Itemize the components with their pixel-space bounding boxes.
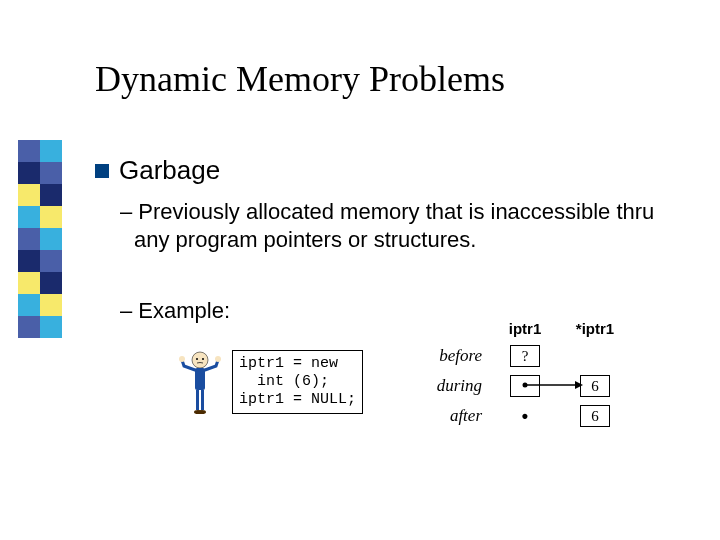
bullet-square-icon — [95, 164, 109, 178]
col-deref: *iptr1 — [560, 320, 630, 337]
svg-rect-3 — [195, 368, 205, 390]
svg-rect-5 — [201, 390, 204, 410]
svg-point-2 — [202, 358, 204, 360]
after-deref-cell: 6 — [580, 405, 610, 427]
row-during-label: during — [420, 376, 490, 396]
code-box: iptr1 = new int (6); iptr1 = NULL; — [232, 350, 363, 414]
svg-point-7 — [215, 356, 221, 362]
bullet-main-label: Garbage — [119, 155, 220, 186]
svg-rect-4 — [196, 390, 199, 410]
row-before-label: before — [420, 346, 490, 366]
sub-bullet-2: – Example: — [120, 298, 230, 324]
row-during: during 6 — [420, 375, 630, 397]
bullet-main: Garbage — [95, 155, 220, 186]
code-line-1: iptr1 = new — [239, 355, 338, 372]
svg-point-1 — [196, 358, 198, 360]
col-iptr: iptr1 — [490, 320, 560, 337]
svg-point-9 — [198, 410, 206, 414]
code-line-2: int (6); — [239, 373, 329, 390]
svg-point-6 — [179, 356, 185, 362]
during-iptr-cell — [510, 375, 540, 397]
row-after-label: after — [420, 406, 490, 426]
before-iptr-cell: ? — [510, 345, 540, 367]
row-before: before ? — [420, 345, 630, 367]
during-deref-cell: 6 — [580, 375, 610, 397]
decorative-sidebar — [18, 140, 62, 338]
sub-bullet-1-text: – Previously allocated memory that is in… — [134, 198, 680, 253]
shrug-figure-icon — [178, 348, 222, 418]
after-iptr-cell: • — [510, 405, 540, 427]
code-line-3: iptr1 = NULL; — [239, 391, 356, 408]
row-after: after • 6 — [420, 405, 630, 427]
slide-title: Dynamic Memory Problems — [95, 58, 505, 100]
memory-diagram: iptr1 *iptr1 before ? during 6 after • 6 — [420, 320, 630, 427]
diagram-headers: iptr1 *iptr1 — [420, 320, 630, 337]
sub-bullet-1: – Previously allocated memory that is in… — [120, 198, 680, 253]
svg-point-0 — [192, 352, 208, 368]
